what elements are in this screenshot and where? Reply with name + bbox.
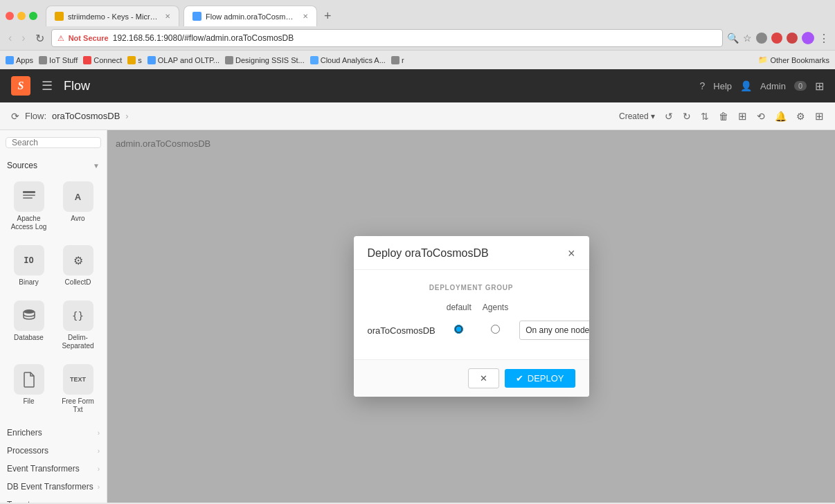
sidebar-item-binary[interactable]: IO Binary [6, 240, 52, 292]
col-agents: Agents [477, 300, 514, 315]
targets-chevron: › [98, 501, 100, 503]
tab-bar: striimdemo - Keys - Microsof... ✕ Flow a… [0, 0, 835, 26]
security-warning-icon: ⚠ [57, 34, 64, 43]
new-tab-button[interactable]: + [321, 9, 334, 24]
apps-grid-icon[interactable]: ⊞ [815, 110, 824, 123]
sort-label[interactable]: Created ▾ [619, 111, 655, 121]
undo-icon[interactable]: ↺ [665, 111, 673, 122]
export-icon[interactable]: ⊞ [738, 110, 747, 123]
sidebar-event-transformers[interactable]: Event Transformers › [0, 461, 107, 479]
sidebar-processors[interactable]: Processors › [0, 443, 107, 461]
sidebar-item-apache[interactable]: ApacheAccess Log [6, 176, 52, 237]
sidebar-db-event-transformers[interactable]: DB Event Transformers › [0, 479, 107, 497]
database-label: Database [14, 334, 44, 342]
other-bookmarks-icon: 📁 [758, 55, 768, 64]
enrichers-chevron: › [98, 429, 100, 437]
tab-2-label: Flow admin.oraToCosmosDB [206, 12, 296, 21]
profile-icon[interactable] [802, 32, 814, 44]
deploy-label: DEPLOY [528, 373, 564, 384]
delete-icon[interactable]: 🗑 [719, 111, 728, 122]
tab-2-close[interactable]: ✕ [303, 12, 308, 20]
default-radio[interactable] [454, 325, 463, 334]
col-empty [368, 300, 441, 315]
app-header: S ☰ Flow ? Help 👤 Admin 0 ⊞ [0, 69, 835, 102]
bookmark-olap[interactable]: OLAP and OLTP... [147, 56, 219, 64]
breadcrumb-arrow: › [125, 111, 128, 121]
cancel-button[interactable]: ✕ [468, 368, 499, 388]
deploy-check-icon: ✔ [516, 373, 523, 384]
star-icon[interactable]: ☆ [743, 33, 752, 44]
bookmark-connect[interactable]: Connect [83, 56, 122, 64]
bookmarks-bar: Apps IoT Stuff Connect s OLAP and OLTP..… [0, 50, 835, 69]
modal-title: Deploy oraToCosmosDB [368, 247, 489, 260]
default-radio-cell[interactable] [441, 315, 477, 345]
bookmark-apps[interactable]: Apps [6, 56, 33, 64]
not-secure-label: Not Secure [69, 34, 109, 42]
node-select[interactable]: On any one node On all nodes On specific… [519, 321, 589, 340]
bookmark-s[interactable]: s [127, 56, 142, 64]
col-node [514, 300, 589, 315]
bell-icon[interactable]: 🔔 [775, 111, 787, 122]
menu-dots-icon[interactable]: ⋮ [818, 32, 829, 45]
search-input[interactable] [12, 138, 95, 147]
modal-footer: ✕ ✔ DEPLOY [354, 359, 589, 397]
sidebar-item-file[interactable]: File [6, 359, 52, 420]
nav-refresh-button[interactable]: ↻ [33, 30, 47, 46]
tab-1-close[interactable]: ✕ [165, 12, 170, 20]
binary-icon-box: IO [14, 245, 44, 276]
sidebar-item-collectd[interactable]: ⚙ CollectD [55, 240, 101, 292]
traffic-light-red[interactable] [6, 12, 14, 20]
avro-label: Avro [71, 215, 84, 223]
rotate-icon[interactable]: ⟲ [757, 111, 765, 122]
sidebar-item-avro[interactable]: A Avro [55, 176, 101, 237]
help-icon: ? [699, 80, 705, 91]
bookmark-cloud[interactable]: Cloud Analytics A... [310, 56, 386, 64]
modal-close-button[interactable]: × [568, 247, 575, 260]
breadcrumb-pipeline-name[interactable]: oraToCosmosDB [52, 111, 120, 121]
sidebar-targets[interactable]: Targets › [0, 497, 107, 503]
delim-label: Delim-Separated [62, 334, 93, 350]
app-title: Flow [64, 79, 90, 93]
traffic-light-yellow[interactable] [17, 12, 26, 20]
bookmark-iot[interactable]: IoT Stuff [39, 56, 78, 64]
admin-label[interactable]: Admin [760, 81, 786, 91]
nav-back-button[interactable]: ‹ [6, 30, 15, 46]
search-box [6, 137, 101, 148]
notification-badge[interactable]: 0 [794, 81, 807, 91]
diff-icon[interactable]: ⇅ [701, 111, 709, 122]
bookmark-ssis[interactable]: Designing SSIS St... [225, 56, 305, 64]
bookmark-olap-icon [147, 56, 156, 64]
grid-icon[interactable]: ⊞ [815, 80, 824, 93]
bookmark-connect-icon [83, 56, 91, 64]
sidebar-enrichers[interactable]: Enrichers › [0, 425, 107, 443]
redo-icon[interactable]: ↻ [683, 111, 691, 122]
event-transformers-chevron: › [98, 465, 100, 473]
freeform-icon-box: TEXT [63, 364, 93, 395]
sidebar-item-freeform[interactable]: TEXT Free FormTxt [55, 359, 101, 420]
bookmark-r[interactable]: r [391, 56, 404, 64]
hamburger-icon[interactable]: ☰ [42, 78, 53, 93]
tab-2[interactable]: Flow admin.oraToCosmosDB ✕ [183, 6, 317, 26]
bookmark-s-icon [127, 56, 136, 64]
breadcrumb-actions: Created ▾ ↺ ↻ ⇅ 🗑 ⊞ ⟲ 🔔 ⚙ ⊞ [619, 110, 824, 123]
address-bar[interactable]: ⚠ Not Secure 192.168.56.1:9080/#flow/adm… [51, 29, 723, 47]
sidebar-item-database[interactable]: Database [6, 295, 52, 356]
db-event-transformers-chevron: › [98, 483, 100, 491]
settings-icon[interactable]: ⚙ [796, 111, 805, 122]
svg-point-3 [24, 309, 35, 314]
help-label[interactable]: Help [713, 81, 732, 91]
bookmark-cloud-icon [310, 56, 318, 64]
sidebar-section-sources: Sources ▼ ApacheAccess Log A Avro [0, 155, 107, 425]
pipeline-flow-icon: ⟳ [11, 111, 19, 122]
nav-forward-button[interactable]: › [19, 30, 28, 46]
sidebar-item-delim[interactable]: {} Delim-Separated [55, 295, 101, 356]
file-icon-box [14, 364, 44, 395]
other-bookmarks[interactable]: 📁 Other Bookmarks [758, 55, 829, 64]
traffic-light-green[interactable] [29, 12, 37, 20]
agents-radio[interactable] [491, 325, 500, 334]
sidebar-section-sources-header[interactable]: Sources ▼ [0, 155, 107, 174]
deploy-button[interactable]: ✔ DEPLOY [505, 369, 575, 388]
extension-icon-3 [787, 33, 798, 44]
tab-1[interactable]: striimdemo - Keys - Microsof... ✕ [46, 6, 179, 26]
agents-radio-cell[interactable] [477, 315, 514, 345]
